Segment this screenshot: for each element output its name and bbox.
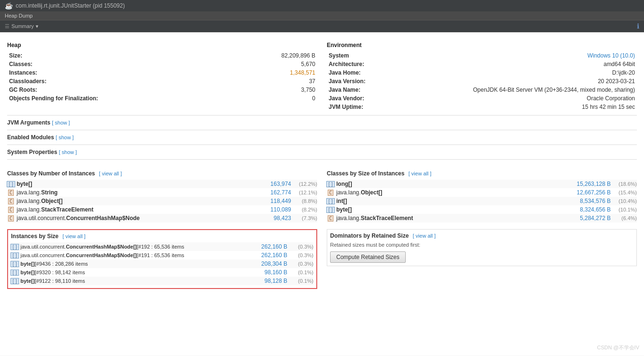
class-pct: (15.4%) bbox=[611, 190, 637, 195]
class-pct: (8.8%) bbox=[291, 198, 317, 204]
table-row: Instances: 1,348,571 bbox=[7, 68, 317, 77]
array-icon: [] bbox=[11, 260, 19, 267]
instance-value: 262,160 B bbox=[249, 243, 287, 250]
env-javahome-value: D:\jdk-20 bbox=[422, 68, 637, 77]
list-icon: ☰ bbox=[5, 23, 10, 29]
instances-by-size-viewall[interactable]: [ view all ] bbox=[62, 233, 85, 239]
instance-value: 208,304 B bbox=[249, 260, 287, 267]
instance-pct: (0.1%) bbox=[287, 278, 313, 284]
jvm-arguments-section: JVM Arguments [ show ] bbox=[7, 119, 637, 126]
env-arch-label: Architecture: bbox=[327, 60, 422, 68]
class-icon: C bbox=[7, 215, 15, 221]
list-item: [] byte[] 8,324,656 B (10.1%) bbox=[327, 205, 637, 214]
heap-classloaders-label: Classloaders: bbox=[7, 77, 102, 86]
enabled-modules-section: Enabled Modules [ show ] bbox=[7, 134, 637, 141]
bottom-sections: Classes by Number of Instances [ view al… bbox=[7, 164, 637, 289]
table-row: Objects Pending for Finalization: 0 bbox=[7, 94, 317, 103]
env-table: System Windows 10 (10.0) Architecture: a… bbox=[327, 51, 637, 111]
jvm-arguments-show[interactable]: [ show ] bbox=[52, 120, 70, 125]
class-name: java.lang.Object[] bbox=[17, 198, 253, 204]
table-row: Classloaders: 37 bbox=[7, 77, 317, 86]
env-javaversion-label: Java Version: bbox=[327, 77, 422, 86]
dominators-viewall[interactable]: [ view all ] bbox=[413, 233, 436, 239]
class-name: java.lang.StackTraceElement bbox=[17, 206, 253, 213]
instances-by-size-section: Instances by Size [ view all ] [] java.u… bbox=[7, 229, 317, 289]
class-value[interactable]: 8,534,576 B bbox=[573, 198, 611, 204]
env-javaversion-value: 20 2023-03-21 bbox=[422, 77, 637, 86]
list-item: C java.lang.StackTraceElement 5,284,272 … bbox=[327, 214, 637, 222]
env-arch-value: amd64 64bit bbox=[422, 60, 637, 68]
system-properties-show[interactable]: [ show ] bbox=[59, 149, 77, 155]
list-item: [] byte[] 163,974 (12.2%) bbox=[7, 180, 317, 188]
table-row: Size: 82,209,896 B bbox=[7, 51, 317, 60]
class-pct: (18.6%) bbox=[611, 181, 637, 187]
list-item: C java.lang.StackTraceElement 110,089 (8… bbox=[7, 205, 317, 214]
jvm-arguments-title: JVM Arguments bbox=[7, 119, 50, 126]
heap-classes-label: Classes: bbox=[7, 60, 102, 68]
list-item: C java.lang.Object[] 12,667,256 B (15.4%… bbox=[327, 188, 637, 197]
summary-dropdown[interactable]: ▾ bbox=[36, 23, 39, 29]
watermark: CSDN @不学会IV bbox=[597, 344, 639, 351]
class-pct: (8.2%) bbox=[291, 207, 317, 212]
class-value[interactable]: 110,089 bbox=[253, 206, 291, 213]
list-item: [] int[] 8,534,576 B (10.4%) bbox=[327, 197, 637, 205]
heap-instances-value[interactable]: 1,348,571 bbox=[102, 68, 317, 77]
instance-name: byte[][#9436 : 208,286 items bbox=[20, 261, 249, 267]
dominators-section: Dominators by Retained Size [ view all ]… bbox=[327, 229, 637, 266]
heap-pending-label: Objects Pending for Finalization: bbox=[7, 94, 102, 103]
class-value[interactable]: 12,667,256 B bbox=[573, 189, 611, 196]
classes-by-size-title: Classes by Size of Instances bbox=[327, 170, 404, 177]
bottom-right: Classes by Size of Instances [ view all … bbox=[327, 164, 637, 289]
classes-by-size-viewall[interactable]: [ view all ] bbox=[409, 171, 431, 176]
system-properties-section: System Properties [ show ] bbox=[7, 149, 637, 155]
divider-1 bbox=[7, 115, 637, 115]
summary-bar: ☰ Summary ▾ ℹ bbox=[0, 20, 644, 32]
list-item: [] byte[][#9436 : 208,286 items 208,304 … bbox=[11, 260, 313, 268]
bottom-left: Classes by Number of Instances [ view al… bbox=[7, 164, 317, 289]
table-row: Java Vendor: Oracle Corporation bbox=[327, 94, 637, 103]
class-value[interactable]: 8,324,656 B bbox=[573, 206, 611, 213]
table-row: Classes: 5,670 bbox=[7, 60, 317, 68]
heap-size-value: 82,209,896 B bbox=[102, 51, 317, 60]
class-value[interactable]: 15,263,128 B bbox=[573, 181, 611, 187]
class-value[interactable]: 118,449 bbox=[253, 198, 291, 204]
classes-by-count-viewall[interactable]: [ view all ] bbox=[99, 171, 122, 176]
class-icon: C bbox=[7, 206, 15, 213]
top-two-col: Heap Size: 82,209,896 B Classes: 5,670 I… bbox=[7, 37, 637, 111]
class-name: java.lang.String bbox=[17, 189, 253, 196]
list-item: C java.lang.String 162,774 (12.1%) bbox=[7, 188, 317, 197]
heap-table: Size: 82,209,896 B Classes: 5,670 Instan… bbox=[7, 51, 317, 103]
env-javahome-label: Java Home: bbox=[327, 68, 422, 77]
instances-by-size-header: Instances by Size [ view all ] bbox=[11, 233, 313, 240]
compute-retained-sizes-button[interactable]: Compute Retained Sizes bbox=[330, 251, 406, 263]
table-row: Java Home: D:\jdk-20 bbox=[327, 68, 637, 77]
class-pct: (7.3%) bbox=[291, 215, 317, 221]
system-properties-title: System Properties bbox=[7, 149, 57, 155]
instance-name: java.util.concurrent.ConcurrentHashMap$N… bbox=[20, 252, 249, 258]
divider-2 bbox=[7, 130, 637, 130]
class-value[interactable]: 163,974 bbox=[253, 181, 291, 187]
list-item: [] byte[][#9122 : 98,110 items 98,128 B … bbox=[11, 277, 313, 285]
enabled-modules-title: Enabled Modules bbox=[7, 134, 54, 141]
class-name: java.lang.Object[] bbox=[336, 189, 573, 196]
env-javavendor-label: Java Vendor: bbox=[327, 94, 422, 103]
class-value[interactable]: 98,423 bbox=[253, 215, 291, 221]
instance-value: 98,128 B bbox=[249, 278, 287, 284]
class-value[interactable]: 162,774 bbox=[253, 189, 291, 196]
table-row: JVM Uptime: 15 hrs 42 min 15 sec bbox=[327, 103, 637, 111]
instance-pct: (0.1%) bbox=[287, 269, 313, 275]
class-pct: (10.4%) bbox=[611, 198, 637, 204]
class-name: int[] bbox=[336, 198, 573, 204]
enabled-modules-show[interactable]: [ show ] bbox=[56, 135, 74, 140]
class-pct: (6.4%) bbox=[611, 215, 637, 221]
heap-classes-value: 5,670 bbox=[102, 60, 317, 68]
class-value[interactable]: 5,284,272 B bbox=[573, 215, 611, 221]
environment-section: Environment System Windows 10 (10.0) Arc… bbox=[327, 37, 637, 111]
info-icon[interactable]: ℹ bbox=[637, 22, 639, 30]
summary-label[interactable]: Summary bbox=[11, 23, 34, 29]
app-title: com.intellij.rt.junit.JUnitStarter (pid … bbox=[16, 2, 125, 9]
env-section-title: Environment bbox=[327, 42, 637, 48]
dominators-header: Dominators by Retained Size [ view all ] bbox=[330, 232, 634, 239]
list-item: [] long[] 15,263,128 B (18.6%) bbox=[327, 180, 637, 188]
list-item: C java.util.concurrent.ConcurrentHashMap… bbox=[7, 214, 317, 222]
